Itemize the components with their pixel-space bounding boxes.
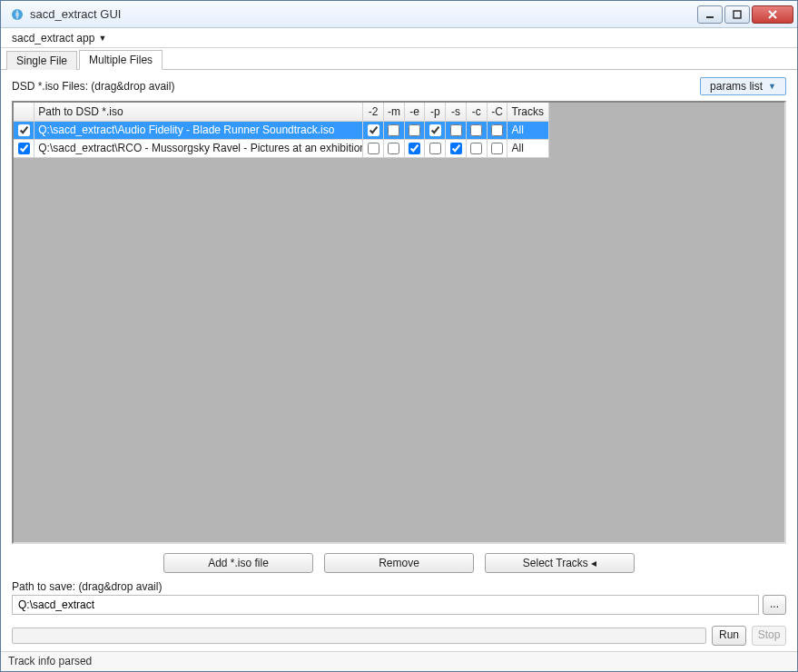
row-flag-p[interactable] [429,124,441,136]
add-iso-button[interactable]: Add *.iso file [163,553,313,573]
tab-content: DSD *.iso Files: (drag&drop avail) param… [1,70,797,620]
tab-strip: Single File Multiple Files [1,48,797,70]
row-tracks: All [507,121,549,139]
svg-rect-2 [734,11,741,18]
col-header-C[interactable]: -C [487,103,507,121]
titlebar: sacd_extract GUI [1,1,797,28]
row-flag-s[interactable] [450,143,462,154]
table-row[interactable]: Q:\sacd_extract\RCO - Mussorgsky Ravel -… [14,139,549,157]
col-header-s[interactable]: -s [446,103,467,121]
row-flag-2[interactable] [368,143,379,154]
status-bar: Track info parsed [1,651,797,671]
col-header-path[interactable]: Path to DSD *.iso [34,103,363,121]
remove-button[interactable]: Remove [324,553,474,573]
svg-rect-1 [706,16,714,18]
stop-button[interactable]: Stop [752,626,786,646]
maximize-button[interactable] [724,5,750,24]
row-path: Q:\sacd_extract\Audio Fidelity - Blade R… [34,121,363,139]
minimize-button[interactable] [697,5,723,24]
action-button-row: Add *.iso file Remove Select Tracks ◂ [12,544,786,580]
app-window: sacd_extract GUI sacd_extract app ▼ Sing… [0,0,798,672]
run-button[interactable]: Run [712,626,746,646]
row-flag-2[interactable] [368,124,379,136]
app-icon [10,7,25,22]
status-text: Track info parsed [8,655,92,667]
col-header-2[interactable]: -2 [363,103,384,121]
params-list-label: params list [710,80,763,93]
col-header-p[interactable]: -p [425,103,446,121]
row-flag-c[interactable] [470,124,482,136]
iso-files-grid: Path to DSD *.iso -2 -m -e -p -s -c -C T… [14,103,549,158]
col-header-m[interactable]: -m [383,103,404,121]
progress-row: Run Stop [1,620,797,651]
iso-files-grid-container[interactable]: Path to DSD *.iso -2 -m -e -p -s -c -C T… [12,101,786,544]
app-menu-label: sacd_extract app [12,32,94,44]
dsd-files-label: DSD *.iso Files: (drag&drop avail) [12,80,174,93]
select-tracks-button[interactable]: Select Tracks ◂ [485,553,635,573]
col-header-select[interactable] [14,103,34,121]
row-enable-checkbox[interactable] [18,124,30,136]
close-button[interactable] [752,5,793,24]
row-flag-c[interactable] [470,143,482,154]
tab-multiple-files[interactable]: Multiple Files [79,50,163,70]
browse-button[interactable]: ... [763,595,786,615]
grid-header-row: Path to DSD *.iso -2 -m -e -p -s -c -C T… [14,103,549,121]
row-flag-e[interactable] [409,124,420,136]
row-flag-m[interactable] [388,124,399,136]
row-enable-checkbox[interactable] [18,143,30,154]
row-flag-C[interactable] [491,143,503,154]
col-header-e[interactable]: -e [404,103,425,121]
row-flag-p[interactable] [429,143,441,154]
dropdown-icon: ▼ [98,34,106,43]
col-header-c[interactable]: -c [466,103,487,121]
table-row[interactable]: Q:\sacd_extract\Audio Fidelity - Blade R… [14,121,549,139]
col-header-tracks[interactable]: Tracks [507,103,549,121]
tab-single-file[interactable]: Single File [6,51,77,70]
save-path-input[interactable] [12,595,759,615]
dropdown-icon: ▼ [768,82,776,91]
top-row: DSD *.iso Files: (drag&drop avail) param… [12,77,786,95]
params-list-button[interactable]: params list ▼ [700,77,786,95]
row-flag-C[interactable] [491,124,503,136]
save-path-label: Path to save: (drag&drop avail) [12,580,786,593]
row-flag-m[interactable] [388,143,399,154]
row-tracks: All [507,139,549,157]
row-flag-e[interactable] [409,143,420,154]
window-controls [697,5,793,24]
window-title: sacd_extract GUI [30,7,697,21]
save-path-row: Path to save: (drag&drop avail) ... [12,580,786,620]
menubar: sacd_extract app ▼ [1,28,797,48]
progress-bar [12,628,706,644]
row-flag-s[interactable] [450,124,462,136]
row-path: Q:\sacd_extract\RCO - Mussorgsky Ravel -… [34,139,363,157]
app-menu[interactable]: sacd_extract app ▼ [6,30,112,46]
client-area: Single File Multiple Files DSD *.iso Fil… [1,48,797,671]
